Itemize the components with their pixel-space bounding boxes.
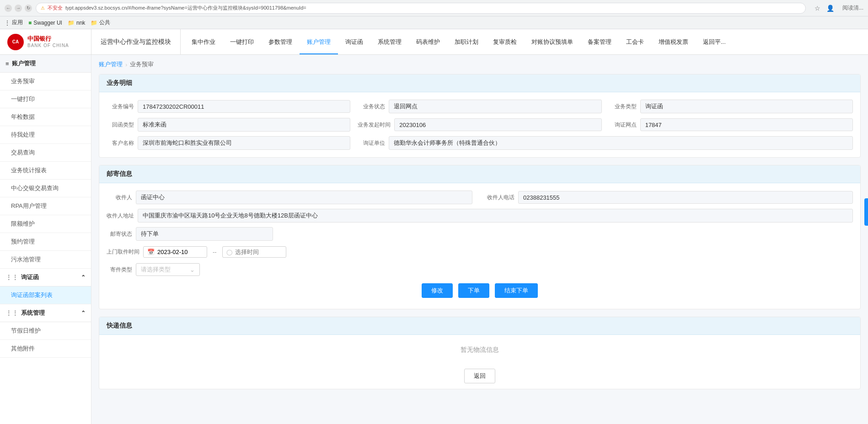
clock-icon: ◯ (226, 249, 232, 255)
breadcrumb-account[interactable]: 账户管理 (99, 60, 123, 69)
bookmark-public[interactable]: 📁 公共 (91, 19, 110, 26)
breadcrumb-sep: › (125, 61, 127, 68)
apps-grid-icon: ⋮ (5, 20, 10, 26)
logo-text: 中国银行 BANK OF CHINA (27, 35, 69, 49)
reload-button[interactable]: ↻ (25, 5, 32, 12)
bookmark-folder-icon-2: 📁 (91, 20, 97, 26)
bank-logo: CA (7, 34, 24, 50)
sidebar-item-rpa[interactable]: RPA用户管理 (0, 197, 91, 215)
sidebar-xunzheng-header[interactable]: ⋮⋮ 询证函 ⌃ (0, 269, 91, 286)
field-business-type: 业务类型 询证函 (609, 100, 853, 113)
blue-tab-indicator (864, 198, 868, 226)
bookmark-nnk-label: nnk (76, 20, 85, 26)
sidebar-item-annual-data[interactable]: 年检数据 (0, 108, 91, 126)
return-button[interactable]: 返回 (464, 369, 495, 383)
label-sender-type: 寄件类型 (107, 266, 132, 274)
profile-icon[interactable]: 👤 (826, 4, 835, 13)
place-order-button[interactable]: 下单 (458, 283, 489, 298)
sidebar-item-reservation[interactable]: 预约管理 (0, 233, 91, 251)
sender-type-placeholder: 请选择类型 (141, 265, 171, 274)
nav-item-system[interactable]: 系统管理 (370, 29, 409, 54)
value-postal-status: 待下单 (136, 227, 273, 241)
sidebar-item-xunzheng-list[interactable]: 询证函部案列表 (0, 286, 91, 304)
field-inquiry-point: 询证网点 17847 (609, 118, 853, 132)
sidebar-item-quota[interactable]: 限额维护 (0, 215, 91, 233)
bookmark-folder-icon-1: 📁 (68, 20, 75, 26)
business-detail-header: 业务明细 (99, 74, 860, 92)
sidebar-item-stats[interactable]: 业务统计报表 (0, 162, 91, 180)
business-detail-body: 业务编号 17847230202CR00011 业务状态 退回网点 业务类型 询… (99, 92, 860, 157)
forward-button[interactable]: → (15, 5, 22, 12)
value-recipient: 函证中心 (136, 191, 472, 204)
browser-bar: ← → ↻ ⚠ 不安全 typt.appsdev3.sz.bocsys.cn/#… (0, 0, 868, 16)
label-business-type: 业务类型 (609, 103, 637, 111)
end-order-button[interactable]: 结束下单 (495, 283, 538, 298)
nav-item-jizhong[interactable]: 集中作业 (184, 29, 223, 54)
nav-item-filing[interactable]: 备案管理 (580, 29, 619, 54)
pickup-date-input[interactable]: 📅 (143, 246, 207, 258)
field-business-no: 业务编号 17847230202CR00011 (107, 100, 350, 113)
value-callback-type: 标准来函 (138, 118, 350, 132)
address-bar[interactable]: ⚠ 不安全 typt.appsdev3.sz.bocsys.cn/#/home-… (36, 3, 806, 14)
nav-item-addplan[interactable]: 加职计划 (447, 29, 486, 54)
sidebar-item-sewage[interactable]: 污水池管理 (0, 251, 91, 269)
sidebar-item-attachment[interactable]: 其他附件 (0, 340, 91, 358)
nav-item-tax[interactable]: 增值税发票 (651, 29, 696, 54)
nav-item-return[interactable]: 返回平... (696, 29, 733, 54)
sidebar-item-business-review[interactable]: 业务预审 (0, 73, 91, 90)
read-aloud-label[interactable]: 阅读清... (842, 4, 863, 12)
date-field[interactable] (157, 249, 203, 255)
nav-item-account[interactable]: 账户管理 (300, 29, 338, 54)
nav-item-print[interactable]: 一键打印 (223, 29, 261, 54)
calendar-icon: 📅 (147, 249, 155, 255)
field-customer-name: 客户名称 深圳市前海蛇口和胜实业有限公司 (107, 136, 350, 150)
bookmark-public-label: 公共 (99, 19, 110, 26)
bank-name-en: BANK OF CHINA (27, 42, 69, 48)
label-business-status: 业务状态 (358, 103, 385, 111)
logo-ca-text: CA (12, 39, 19, 44)
label-recipient-address: 收件人地址 (107, 212, 134, 220)
dots-icon-system: ⋮⋮ (5, 309, 18, 317)
field-recipient-phone: 收件人电话 02388231555 (487, 191, 853, 204)
nav-item-inquiry[interactable]: 询证函 (338, 29, 370, 54)
bookmark-apps[interactable]: ⋮ 应用 (5, 19, 23, 26)
nav-item-params[interactable]: 参数管理 (261, 29, 300, 54)
value-business-status: 退回网点 (389, 100, 601, 113)
back-button[interactable]: ← (5, 5, 12, 12)
sidebar-account-header[interactable]: ≡ 账户管理 (0, 55, 91, 73)
sidebar-item-center-exchange[interactable]: 中心交银交易查询 (0, 180, 91, 197)
system-collapse-icon: ⌃ (81, 310, 86, 316)
sidebar-system-header[interactable]: ⋮⋮ 系统管理 ⌃ (0, 304, 91, 322)
bookmarks-bar: ⋮ 应用 ■ Swagger UI 📁 nnk 📁 公共 (0, 16, 868, 29)
nav-item-review[interactable]: 复审质检 (486, 29, 524, 54)
express-info-card: 快递信息 暂无物流信息 返回 (99, 317, 861, 389)
nav-item-codetable[interactable]: 码表维护 (409, 29, 447, 54)
nav-item-agreement[interactable]: 对账协议预填单 (524, 29, 580, 54)
time-field[interactable] (235, 249, 272, 255)
value-inquiry-point: 17847 (640, 118, 853, 131)
return-btn-row: 返回 (99, 369, 860, 383)
time-input-wrap[interactable]: ◯ (222, 246, 286, 258)
postal-info-header: 邮寄信息 (99, 165, 860, 183)
sidebar-item-pending[interactable]: 待我处理 (0, 126, 91, 144)
bookmark-swagger[interactable]: ■ Swagger UI (28, 20, 62, 26)
security-label: 不安全 (48, 5, 63, 11)
sidebar: ≡ 账户管理 业务预审 一键打印 年检数据 待我处理 交易查询 业务统计报表 中… (0, 55, 91, 424)
label-inquiry-unit: 询证单位 (358, 139, 385, 147)
value-business-no: 17847230202CR00011 (138, 100, 350, 113)
bookmark-nnk[interactable]: 📁 nnk (68, 20, 85, 26)
xunzheng-collapse-icon: ⌃ (81, 274, 86, 281)
nav-item-union[interactable]: 工会卡 (619, 29, 651, 54)
date-dash: -- (213, 249, 217, 255)
sender-type-select[interactable]: 请选择类型 ⌄ (136, 263, 200, 276)
sidebar-item-transaction-query[interactable]: 交易查询 (0, 144, 91, 162)
field-recipient: 收件人 函证中心 (107, 191, 472, 204)
bank-name-cn: 中国银行 (27, 35, 69, 43)
sidebar-item-quick-print[interactable]: 一键打印 (0, 90, 91, 108)
sidebar-collapse-icon: ≡ (5, 60, 9, 67)
sidebar-item-holiday[interactable]: 节假日维护 (0, 322, 91, 340)
field-inquiry-unit: 询证单位 德勤华永会计师事务所（特殊普通合伙） (358, 136, 853, 150)
modify-button[interactable]: 修改 (422, 283, 453, 298)
bookmark-star-icon[interactable]: ☆ (813, 4, 822, 13)
field-callback-type: 回函类型 标准来函 (107, 118, 350, 132)
